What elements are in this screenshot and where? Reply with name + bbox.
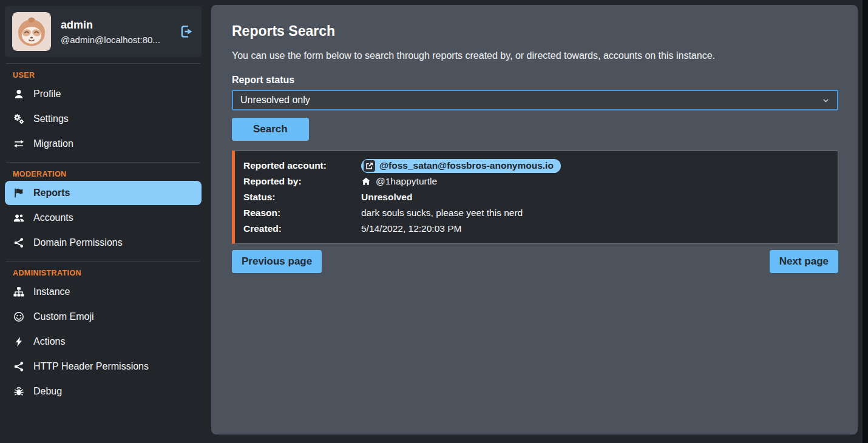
user-icon [13, 89, 25, 100]
main-content: Reports Search You can use the form belo… [209, 0, 863, 443]
report-row: Reported account: @foss_satan@fossbros-a… [243, 158, 829, 174]
report-created-value: 5/14/2022, 12:20:03 PM [361, 223, 829, 234]
report-row: Created: 5/14/2022, 12:20:03 PM [243, 221, 829, 237]
sidebar-item-accounts[interactable]: Accounts [5, 206, 202, 230]
report-status-selected-value: Unresolved only [240, 95, 822, 106]
user-handle: @admin@localhost:80... [61, 35, 170, 45]
report-row: Status: Unresolved [243, 189, 829, 205]
bolt-icon [13, 336, 25, 347]
sidebar-item-label: Instance [33, 286, 70, 297]
row-label: Reason: [243, 208, 361, 218]
search-button[interactable]: Search [232, 118, 309, 141]
app-window: admin @admin@localhost:80... USER Profil… [0, 0, 868, 443]
report-row: Reported by: @1happyturtle [243, 174, 829, 189]
sidebar-item-label: Accounts [33, 212, 73, 223]
reporter-handle: @1happyturtle [376, 176, 437, 187]
smile-icon [13, 311, 25, 322]
divider [6, 63, 200, 64]
user-card: admin @admin@localhost:80... [5, 6, 202, 57]
sidebar-item-label: Settings [33, 113, 69, 124]
sidebar-item-label: Migration [33, 138, 73, 149]
chevron-down-icon [822, 96, 830, 104]
next-page-button[interactable]: Next page [770, 250, 838, 273]
sidebar-item-migration[interactable]: Migration [5, 132, 202, 156]
sidebar-item-label: HTTP Header Permissions [33, 361, 149, 372]
username: admin [61, 19, 170, 32]
report-card[interactable]: Reported account: @foss_satan@fossbros-a… [232, 150, 838, 244]
external-link-icon [364, 160, 375, 172]
divider [6, 261, 200, 262]
sidebar-item-instance[interactable]: Instance [5, 280, 202, 304]
sidebar-item-reports[interactable]: Reports [5, 181, 202, 205]
user-info: admin @admin@localhost:80... [61, 19, 170, 45]
report-status-value: Unresolved [361, 192, 829, 203]
sidebar-item-label: Domain Permissions [33, 237, 123, 248]
page-title: Reports Search [232, 23, 838, 39]
sidebar-item-label: Reports [33, 188, 70, 198]
section-header-moderation: MODERATION [13, 170, 202, 178]
row-label: Created: [243, 223, 361, 234]
row-label: Reported account: [243, 160, 361, 171]
previous-page-button[interactable]: Previous page [232, 250, 322, 273]
sidebar-item-label: Profile [33, 89, 61, 100]
scrollbar[interactable] [863, 0, 868, 443]
sidebar: admin @admin@localhost:80... USER Profil… [0, 0, 209, 443]
sidebar-item-settings[interactable]: Settings [5, 107, 202, 131]
sitemap-icon [13, 286, 25, 297]
section-header-user: USER [13, 71, 202, 79]
gears-icon [13, 113, 25, 124]
home-icon [361, 177, 371, 186]
report-row: Reason: dark souls sucks, please yeet th… [243, 205, 829, 221]
report-status-select[interactable]: Unresolved only [232, 90, 838, 110]
share-nodes-icon [13, 237, 25, 248]
bug-icon [13, 386, 25, 397]
section-header-administration: ADMINISTRATION [13, 269, 202, 277]
row-label: Reported by: [243, 176, 361, 187]
flag-icon [13, 188, 25, 198]
reports-panel: Reports Search You can use the form belo… [211, 5, 858, 435]
page-description: You can use the form below to search thr… [232, 50, 838, 61]
sidebar-item-http-header-permissions[interactable]: HTTP Header Permissions [5, 354, 202, 379]
sign-out-icon[interactable] [180, 24, 194, 39]
avatar [12, 12, 51, 51]
pagination: Previous page Next page [232, 250, 838, 273]
sidebar-item-label: Debug [33, 386, 62, 397]
sidebar-item-domain-permissions[interactable]: Domain Permissions [5, 231, 202, 255]
reported-account-handle: @foss_satan@fossbros-anonymous.io [379, 160, 554, 171]
sidebar-item-custom-emoji[interactable]: Custom Emoji [5, 305, 202, 329]
report-status-label: Report status [232, 75, 838, 86]
sidebar-item-debug[interactable]: Debug [5, 379, 202, 404]
row-label: Status: [243, 192, 361, 203]
report-reason-value: dark souls sucks, please yeet this nerd [361, 208, 829, 218]
sidebar-item-actions[interactable]: Actions [5, 330, 202, 354]
users-icon [13, 212, 25, 223]
divider [6, 162, 200, 163]
sidebar-item-label: Custom Emoji [33, 311, 94, 322]
sidebar-item-label: Actions [33, 336, 65, 347]
share-nodes-icon [13, 361, 25, 372]
reported-account-link[interactable]: @foss_satan@fossbros-anonymous.io [361, 159, 561, 173]
sidebar-item-profile[interactable]: Profile [5, 82, 202, 106]
exchange-arrows-icon [13, 138, 25, 149]
